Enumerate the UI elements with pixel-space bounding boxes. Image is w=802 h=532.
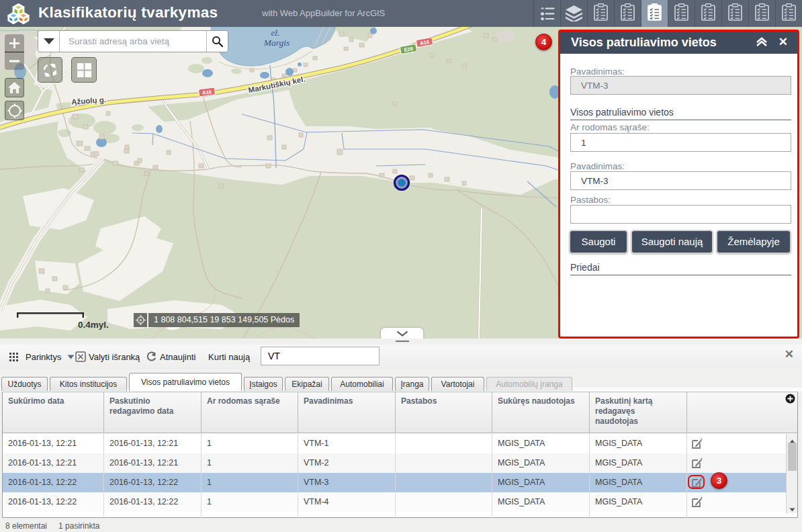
svg-text:A16: A16	[202, 89, 212, 96]
svg-text:ež.: ež.	[271, 28, 280, 38]
svg-text:Margis: Margis	[263, 38, 290, 48]
